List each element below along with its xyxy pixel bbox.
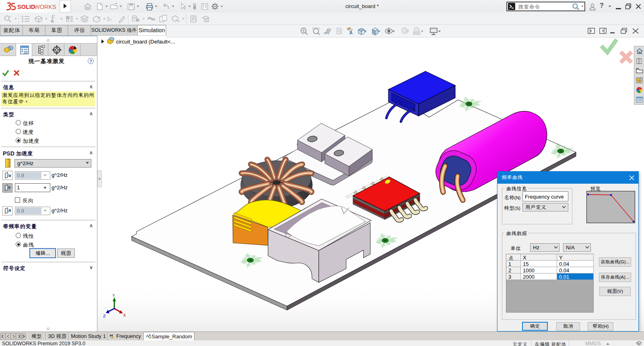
svg-text:Y: Y bbox=[112, 293, 115, 298]
svg-text:WORKS: WORKS bbox=[34, 4, 56, 10]
svg-text:A: A bbox=[349, 30, 353, 35]
svg-text:X: X bbox=[123, 313, 126, 318]
svg-text:SOLID: SOLID bbox=[17, 4, 35, 10]
svg-text:Z: Z bbox=[103, 314, 106, 319]
svg-text:circuit_board (Default<...: circuit_board (Default<... bbox=[116, 39, 175, 45]
svg-text:?: ? bbox=[163, 17, 165, 20]
